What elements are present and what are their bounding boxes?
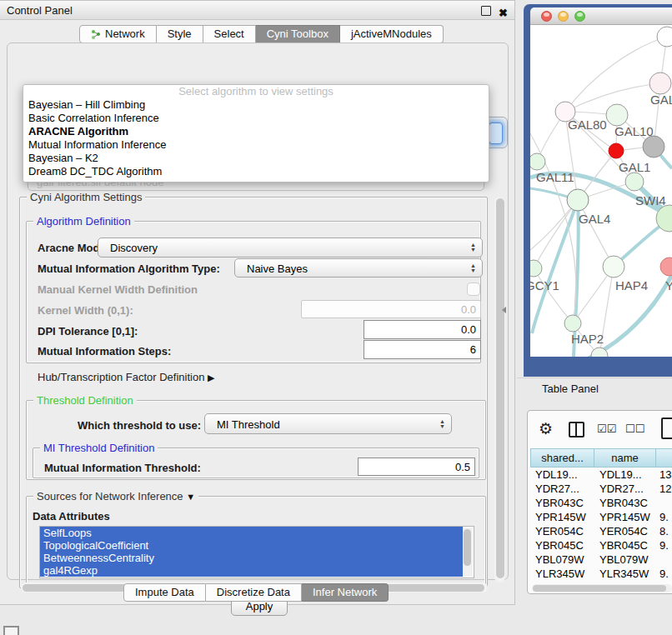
control-panel-window: Control Panel ✖ NetworkStyleSelectCyni T… — [0, 0, 515, 605]
tab-discretize-data[interactable]: Discretize Data — [206, 583, 302, 602]
mi-algorithm-type-select[interactable]: Naive Bayes ▲▼ — [234, 258, 483, 278]
table-row[interactable]: YDR27...YDR27...12 — [530, 482, 672, 496]
table-cell: YBR043C — [594, 496, 656, 510]
node-label: HAP4 — [615, 278, 648, 292]
table-cell: 12 — [656, 482, 672, 496]
network-node[interactable] — [609, 143, 624, 158]
table-row[interactable]: YIL052CYIL052C9 — [530, 581, 672, 583]
table-cell: YBR045C — [594, 538, 656, 552]
tab-select[interactable]: Select — [203, 25, 256, 43]
table-header-row: shared...nameA — [530, 448, 672, 468]
mac-minimize-button[interactable] — [558, 11, 569, 22]
node-label: Y — [665, 278, 672, 292]
table-cell: YLR345W — [530, 567, 594, 581]
attribute-item-selfloops[interactable]: SelfLoops — [40, 527, 463, 539]
network-node[interactable] — [643, 136, 664, 158]
network-node-gal4[interactable] — [567, 189, 589, 211]
select-all-columns-icon[interactable]: ☑☑ — [597, 422, 616, 435]
node-label: GAL10 — [614, 124, 654, 138]
mi-steps-field[interactable] — [364, 340, 481, 359]
dpi-tolerance-field[interactable] — [364, 320, 481, 339]
network-icon — [91, 29, 101, 39]
group-title: Algorithm Definition — [33, 215, 134, 228]
panel-divider-collapse-arrow[interactable] — [502, 307, 506, 313]
table-row[interactable]: YDL19...YDL19...13 — [530, 468, 672, 482]
tab-jactivemnodules[interactable]: jActiveMNodules — [340, 25, 444, 43]
table-cell: YDL19... — [594, 468, 656, 482]
table-cell: YPR145W — [594, 510, 656, 524]
column-header-name[interactable]: name — [594, 448, 656, 468]
scrollbar-thumb[interactable] — [533, 585, 666, 592]
table-cell: 9. — [656, 538, 672, 552]
minimized-panel-icon[interactable] — [3, 626, 19, 635]
scrollbar-thumb[interactable] — [496, 198, 504, 578]
tab-style[interactable]: Style — [157, 25, 203, 43]
table-row[interactable]: YLR345WYLR345W9. — [530, 567, 672, 581]
attribute-item-topologicalcoefficient[interactable]: TopologicalCoefficient — [40, 539, 463, 552]
algorithm-options: Bayesian – Hill ClimbingBasic Correlatio… — [23, 98, 489, 178]
tab-impute-data[interactable]: Impute Data — [123, 583, 206, 602]
gear-icon[interactable]: ⚙ — [539, 419, 553, 438]
tab-network[interactable]: Network — [79, 25, 157, 43]
table-row[interactable]: YPR145WYPR145W9. — [530, 510, 672, 524]
network-node-gal10[interactable] — [606, 104, 628, 126]
algorithm-option-mutual-information-inference[interactable]: Mutual Information Inference — [23, 138, 489, 152]
network-node-gal[interactable] — [649, 72, 671, 94]
float-panel-icon[interactable] — [481, 6, 491, 16]
attribute-item-betweennesscentrality[interactable]: BetweennessCentrality — [40, 552, 463, 564]
group-title: MI Threshold Definition — [40, 442, 158, 454]
network-node-gcy1[interactable] — [530, 260, 542, 277]
network-node-hap4[interactable] — [603, 256, 624, 278]
mac-close-button[interactable] — [541, 11, 552, 22]
tab-label: Infer Network — [313, 584, 377, 601]
network-node-y[interactable] — [660, 258, 672, 276]
network-node-gal11[interactable] — [530, 153, 545, 170]
column-header-shared[interactable]: shared... — [530, 448, 594, 468]
algorithm-option-bayesian-hill-climbing[interactable]: Bayesian – Hill Climbing — [23, 98, 489, 112]
node-label: GAL — [650, 92, 672, 107]
table-cell: YDR27... — [594, 482, 656, 496]
new-table-icon[interactable] — [661, 418, 672, 439]
sources-collapse-toggle[interactable]: Sources for Network Inference ▼ — [33, 490, 198, 502]
network-node-hap2[interactable] — [564, 315, 581, 332]
table-row[interactable]: YBR043CYBR043C — [530, 496, 672, 510]
tab-label: jActiveMNodules — [351, 26, 432, 42]
group-title: Threshold Definition — [33, 394, 137, 407]
algorithm-option-aracne-algorithm[interactable]: ARACNE Algorithm — [23, 125, 489, 138]
scrollbar-thumb[interactable] — [464, 529, 471, 566]
table-cell — [656, 496, 672, 510]
algorithm-option-bayesian-k2[interactable]: Bayesian – K2 — [23, 152, 489, 165]
show-columns-icon[interactable] — [569, 422, 584, 438]
table-horizontal-scrollbar[interactable] — [532, 584, 672, 592]
kernel-width-field[interactable] — [301, 300, 481, 318]
network-canvas[interactable]: GALGAL80GAL10GAL1GAL11SWI4GAL4GCY1HAP4YH… — [530, 25, 672, 357]
algorithm-option-dream8-dc-tdc-algorithm[interactable]: Dream8 DC_TDC Algorithm — [23, 165, 489, 178]
node-label: GAL1 — [619, 160, 650, 174]
network-node-gal1[interactable] — [625, 172, 644, 191]
close-icon[interactable]: ✖ — [499, 3, 508, 22]
network-window-titlebar — [530, 8, 672, 25]
which-threshold-value: MI Threshold — [217, 418, 280, 430]
mi-threshold-field[interactable] — [358, 458, 475, 476]
network-edge[interactable] — [534, 268, 573, 323]
table-row[interactable]: YBR045CYBR045C9. — [530, 538, 672, 552]
tab-cyni-toolbox[interactable]: Cyni Toolbox — [256, 25, 340, 43]
unselect-all-columns-icon[interactable]: ☐☐ — [625, 422, 644, 435]
cyni-toolbox-panel: galFiltered.sif default node Select algo… — [7, 42, 509, 580]
settings-vertical-scrollbar[interactable] — [494, 197, 505, 582]
tab-label: Select — [214, 26, 244, 42]
network-node[interactable] — [657, 27, 672, 47]
table-row[interactable]: YBL079WYBL079W — [530, 552, 672, 567]
which-threshold-select[interactable]: MI Threshold ▲▼ — [204, 413, 452, 434]
mac-zoom-button[interactable] — [574, 11, 585, 22]
table-row[interactable]: YER054CYER054C8. — [530, 524, 672, 538]
column-header-a[interactable]: A — [656, 448, 672, 468]
attribute-list-scrollbar[interactable] — [463, 528, 473, 577]
tab-infer-network[interactable]: Infer Network — [302, 583, 389, 602]
algorithm-option-basic-correlation-inference[interactable]: Basic Correlation Inference — [23, 112, 489, 125]
hub-definition-expander[interactable]: Hub/Transcription Factor Definition ▶ — [38, 371, 214, 383]
manual-kernel-checkbox[interactable] — [467, 282, 480, 296]
network-edge[interactable] — [578, 200, 614, 267]
attribute-item-gal4rgexp[interactable]: gal4RGexp — [40, 564, 463, 577]
aracne-mode-select[interactable]: Discovery ▲▼ — [98, 238, 483, 258]
